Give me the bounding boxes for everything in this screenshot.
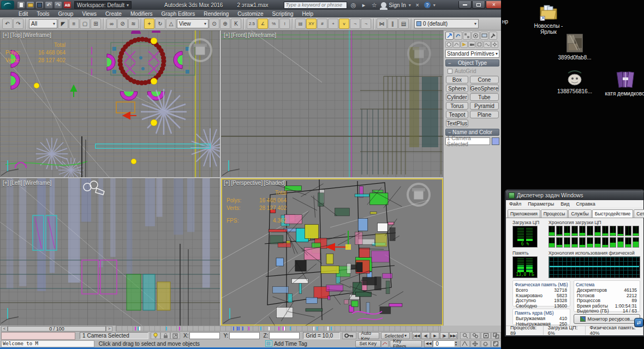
close-button[interactable]: × <box>486 1 502 9</box>
maxscript-mini-listener[interactable]: Welcome to M <box>1 340 94 347</box>
track-bar[interactable] <box>116 326 441 332</box>
key-filters-button[interactable]: Key Filters... <box>390 340 422 347</box>
object-type-button[interactable]: Plane <box>470 111 499 118</box>
tm-tab-processes[interactable]: Процессы <box>541 209 568 218</box>
desktop-icon-image-1[interactable]: 3899d0fab8... <box>554 34 595 61</box>
reference-coordinate-dropdown[interactable]: View▾ <box>177 19 208 28</box>
object-type-button[interactable]: Cylinder <box>446 93 468 101</box>
viewport-menu-pov[interactable]: [Left] <box>10 180 22 186</box>
use-pivot-center-icon[interactable]: ⊙ <box>209 19 219 29</box>
viewport-left[interactable]: [+] [Left] [Wireframe] <box>0 178 220 326</box>
xy-constraint-icon[interactable]: XY <box>306 19 317 29</box>
redo-icon[interactable]: ↷ <box>54 1 62 9</box>
selection-region-icon[interactable]: ▢ <box>80 19 90 29</box>
desktop-icon-image-2[interactable]: 1388756816... <box>554 70 595 94</box>
viewcube[interactable] <box>189 39 211 61</box>
selection-filter-dropdown[interactable]: All▾ <box>29 19 57 28</box>
unlink-selection-icon[interactable]: ⊘ <box>117 19 128 29</box>
prev-key-arrow[interactable]: < <box>1 326 8 332</box>
primitives-dropdown[interactable]: Standard Primitives▾ <box>445 50 499 58</box>
viewport-menu-general[interactable]: [+] <box>3 32 9 38</box>
tm-menu-item[interactable]: Справка <box>573 201 598 207</box>
mirror-icon[interactable]: ⋈ <box>377 19 387 29</box>
modify-tab-icon[interactable] <box>454 32 462 40</box>
undo-icon[interactable]: ↶ <box>45 1 53 9</box>
offset-b-icon[interactable]: ¬ <box>361 19 371 29</box>
help-icon[interactable]: ? <box>424 2 431 8</box>
sign-in-link[interactable]: Sign In <box>389 2 406 8</box>
object-type-button[interactable]: Pyramid <box>470 102 499 110</box>
minimize-button[interactable] <box>458 1 472 9</box>
offset-a-icon[interactable]: ¬ <box>350 19 360 29</box>
orbit-icon[interactable] <box>481 340 491 347</box>
key-mode-icon[interactable]: v <box>339 19 349 29</box>
resource-monitor-button[interactable]: Монитор ресурсов... <box>574 314 640 324</box>
object-name-field[interactable]: 1 Camera Selected <box>445 137 490 145</box>
desktop-icon-archive[interactable]: катя демидково <box>605 71 644 97</box>
menu-item[interactable]: Scripting <box>268 11 298 17</box>
set-key-button[interactable]: Set Key <box>355 340 381 347</box>
next-frame-icon[interactable]: |▶ <box>440 332 449 339</box>
save-file-icon[interactable] <box>35 1 44 9</box>
motion-tab-icon[interactable] <box>472 32 480 40</box>
viewport-splitter-horizontal[interactable] <box>0 177 443 178</box>
isolate-selection-icon[interactable] <box>151 332 160 339</box>
key-mode-toggle-icon[interactable]: ◀◀ <box>424 340 433 347</box>
ab-badge-icon[interactable]: AB <box>63 1 71 9</box>
add-time-tag[interactable]: Add Time Tag <box>274 341 309 347</box>
task-manager-titlebar[interactable]: Диспетчер задач Windows <box>506 190 643 200</box>
go-to-end-icon[interactable]: ▶▶| <box>449 332 458 339</box>
percent-snap-icon[interactable]: % <box>269 19 279 29</box>
search-input[interactable] <box>284 2 347 9</box>
play-icon[interactable]: ▶ <box>431 332 439 339</box>
undo-icon[interactable]: ↶ <box>2 19 13 29</box>
select-and-manipulate-icon[interactable]: ⊕ <box>220 19 230 29</box>
selection-lock-icon[interactable] <box>160 332 170 339</box>
desktop-icon-folder[interactable]: Новоселы - Ярлык <box>528 3 569 35</box>
viewport-menu-shading[interactable]: [Wireframe] <box>248 32 276 38</box>
geometry-category-icon[interactable] <box>445 41 452 48</box>
new-scene-icon[interactable] <box>17 1 25 9</box>
viewport-front[interactable]: [+] [Front] [Wireframe] <box>221 31 443 177</box>
select-and-rotate-icon[interactable]: ↻ <box>155 19 165 29</box>
open-file-icon[interactable] <box>26 1 34 9</box>
macro-recorder[interactable] <box>1 332 75 340</box>
select-by-name-icon[interactable]: ≡ <box>69 19 79 29</box>
viewport-menu-general[interactable]: [+] <box>3 180 9 186</box>
space-warps-category-icon[interactable] <box>484 41 491 48</box>
zoom-extents-all-icon[interactable] <box>491 332 501 339</box>
viewport-menu-pov[interactable]: [Perspective] <box>231 180 263 186</box>
align-icon[interactable]: ∥ <box>387 19 398 29</box>
helpers-category-icon[interactable] <box>476 41 483 48</box>
tm-menu-item[interactable]: Параметры <box>524 201 557 207</box>
name-and-color-rollout[interactable]: −Name and Color <box>445 129 499 136</box>
layer-manager-icon[interactable]: ▤ <box>398 19 409 29</box>
select-and-link-icon[interactable]: ∞ <box>106 19 117 29</box>
new-key-default-in-out-tangents-icon[interactable] <box>381 340 389 347</box>
shapes-category-icon[interactable] <box>453 41 460 48</box>
create-tab-icon[interactable] <box>445 32 454 40</box>
zoom-extents-icon[interactable] <box>481 332 491 339</box>
viewport-menu-general[interactable]: [+] <box>224 32 230 38</box>
object-type-button[interactable]: Cone <box>470 76 499 83</box>
tm-tab-performance[interactable]: Быстродействие <box>592 209 634 218</box>
layer-dropdown[interactable]: 0 (default)▾ <box>414 19 479 28</box>
display-tab-icon[interactable] <box>480 32 488 40</box>
menu-item[interactable]: Tools <box>32 11 53 17</box>
menu-item[interactable]: Help <box>298 11 318 17</box>
cameras-category-icon[interactable] <box>468 41 475 48</box>
zoom-icon[interactable] <box>460 332 470 339</box>
object-type-button[interactable]: Box <box>446 76 468 83</box>
snap-25d-icon[interactable]: 2.5 <box>247 19 257 29</box>
time-slider[interactable]: 0 / 100 <box>8 326 106 332</box>
transform-gizmo[interactable] <box>327 231 351 250</box>
utilities-tab-icon[interactable] <box>489 32 497 40</box>
spinner-snap-icon[interactable]: ↕ <box>279 19 290 29</box>
infocenter-x-icon[interactable]: × <box>414 2 421 8</box>
chevron-down-icon[interactable]: ▾ <box>409 3 411 8</box>
redo-icon[interactable]: ↷ <box>13 19 23 29</box>
viewport-top[interactable]: [+] [Top] [Wireframe] Total Polys:16 468… <box>0 31 220 177</box>
maximize-button[interactable] <box>472 1 485 9</box>
autogrid-checkbox[interactable] <box>448 69 452 74</box>
select-object-icon[interactable]: ◤ <box>58 19 68 29</box>
